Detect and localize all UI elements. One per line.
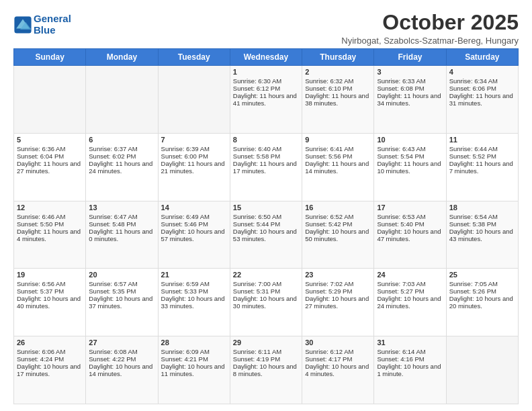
day-info: Sunrise: 6:53 AM (377, 213, 443, 220)
day-info: Daylight: 11 hours and 10 minutes. (377, 160, 443, 175)
week-row-3: 12Sunrise: 6:46 AMSunset: 5:50 PMDayligh… (14, 201, 519, 269)
day-number: 16 (305, 203, 371, 212)
day-info: Sunrise: 6:46 AM (17, 213, 83, 220)
day-info: Sunset: 4:22 PM (89, 355, 154, 363)
day-info: Daylight: 10 hours and 37 minutes. (89, 295, 154, 310)
day-info: Sunset: 6:04 PM (17, 152, 83, 160)
logo-text-line2: Blue (34, 25, 71, 36)
week-row-4: 19Sunrise: 6:56 AMSunset: 5:37 PMDayligh… (14, 269, 519, 336)
day-info: Sunset: 5:58 PM (233, 152, 299, 160)
day-info: Sunrise: 6:57 AM (89, 280, 154, 287)
day-info: Sunset: 5:33 PM (161, 287, 227, 295)
day-info: Sunrise: 6:40 AM (233, 145, 299, 152)
week-row-1: 1Sunrise: 6:30 AMSunset: 6:12 PMDaylight… (14, 66, 519, 134)
day-number: 24 (377, 271, 443, 279)
calendar-cell: 29Sunrise: 6:11 AMSunset: 4:19 PMDayligh… (230, 336, 302, 404)
day-info: Sunrise: 6:09 AM (161, 348, 227, 355)
day-header-friday: Friday (374, 49, 446, 66)
day-info: Daylight: 11 hours and 27 minutes. (17, 160, 83, 175)
calendar-cell: 25Sunrise: 7:05 AMSunset: 5:26 PMDayligh… (446, 269, 518, 336)
calendar-cell: 6Sunrise: 6:37 AMSunset: 6:02 PMDaylight… (86, 133, 158, 201)
day-number: 12 (17, 203, 83, 212)
day-info: Daylight: 11 hours and 38 minutes. (305, 92, 371, 107)
day-info: Sunset: 6:02 PM (89, 152, 154, 160)
day-number: 9 (305, 136, 371, 144)
day-number: 21 (161, 271, 227, 279)
day-info: Sunset: 4:24 PM (17, 355, 83, 363)
day-info: Daylight: 11 hours and 4 minutes. (17, 228, 83, 242)
day-info: Sunset: 4:19 PM (233, 355, 299, 363)
calendar-cell: 9Sunrise: 6:41 AMSunset: 5:56 PMDaylight… (302, 133, 374, 201)
calendar-cell: 19Sunrise: 6:56 AMSunset: 5:37 PMDayligh… (14, 269, 86, 336)
day-header-monday: Monday (86, 49, 158, 66)
day-number: 18 (449, 203, 515, 212)
day-number: 28 (161, 338, 227, 347)
day-number: 20 (89, 271, 154, 279)
day-info: Sunrise: 6:34 AM (449, 77, 515, 85)
page: General Blue October 2025 Nyirbogat, Sza… (0, 0, 532, 411)
day-info: Sunset: 5:38 PM (449, 220, 515, 228)
day-number: 22 (233, 271, 299, 279)
day-info: Sunset: 6:06 PM (449, 85, 515, 92)
day-info: Sunset: 5:52 PM (449, 152, 515, 160)
calendar-cell (446, 336, 518, 404)
calendar-cell: 24Sunrise: 7:03 AMSunset: 5:27 PMDayligh… (374, 269, 446, 336)
calendar: SundayMondayTuesdayWednesdayThursdayFrid… (13, 48, 519, 404)
day-number: 14 (161, 203, 227, 212)
day-info: Sunset: 5:50 PM (17, 220, 83, 228)
day-info: Sunset: 5:42 PM (305, 220, 371, 228)
calendar-cell: 27Sunrise: 6:08 AMSunset: 4:22 PMDayligh… (86, 336, 158, 404)
calendar-cell: 22Sunrise: 7:00 AMSunset: 5:31 PMDayligh… (230, 269, 302, 336)
logo: General Blue (13, 13, 71, 36)
calendar-cell: 5Sunrise: 6:36 AMSunset: 6:04 PMDaylight… (14, 133, 86, 201)
calendar-cell: 16Sunrise: 6:52 AMSunset: 5:42 PMDayligh… (302, 201, 374, 269)
header: General Blue October 2025 Nyirbogat, Sza… (13, 11, 519, 46)
location-subtitle: Nyirbogat, Szabolcs-Szatmar-Bereg, Hunga… (341, 36, 519, 46)
day-info: Daylight: 11 hours and 7 minutes. (449, 160, 515, 175)
day-info: Daylight: 10 hours and 1 minute. (377, 363, 443, 377)
title-block: October 2025 Nyirbogat, Szabolcs-Szatmar… (341, 11, 519, 46)
calendar-cell: 18Sunrise: 6:54 AMSunset: 5:38 PMDayligh… (446, 201, 518, 269)
day-number: 31 (377, 338, 443, 347)
day-number: 2 (305, 68, 371, 76)
day-info: Sunrise: 6:37 AM (89, 145, 154, 152)
day-number: 13 (89, 203, 154, 212)
day-info: Sunrise: 6:41 AM (305, 145, 371, 152)
day-info: Daylight: 10 hours and 14 minutes. (89, 363, 154, 377)
calendar-cell: 3Sunrise: 6:33 AMSunset: 6:08 PMDaylight… (374, 66, 446, 134)
day-info: Sunset: 4:17 PM (305, 355, 371, 363)
day-number: 10 (377, 136, 443, 144)
calendar-cell: 1Sunrise: 6:30 AMSunset: 6:12 PMDaylight… (230, 66, 302, 134)
day-info: Sunrise: 6:36 AM (17, 145, 83, 152)
calendar-cell: 13Sunrise: 6:47 AMSunset: 5:48 PMDayligh… (86, 201, 158, 269)
calendar-cell (14, 66, 86, 134)
day-number: 19 (17, 271, 83, 279)
day-info: Sunset: 5:26 PM (449, 287, 515, 295)
day-info: Sunrise: 6:44 AM (449, 145, 515, 152)
day-info: Sunrise: 7:00 AM (233, 280, 299, 287)
day-info: Sunrise: 6:33 AM (377, 77, 443, 85)
day-header-wednesday: Wednesday (230, 49, 302, 66)
day-number: 11 (449, 136, 515, 144)
day-number: 15 (233, 203, 299, 212)
day-info: Sunrise: 6:47 AM (89, 213, 154, 220)
calendar-cell (158, 66, 230, 134)
day-info: Sunrise: 6:52 AM (305, 213, 371, 220)
day-info: Daylight: 10 hours and 30 minutes. (233, 295, 299, 310)
day-info: Sunrise: 7:03 AM (377, 280, 443, 287)
day-info: Daylight: 10 hours and 43 minutes. (449, 228, 515, 242)
day-info: Daylight: 11 hours and 14 minutes. (305, 160, 371, 175)
day-info: Sunset: 5:46 PM (161, 220, 227, 228)
day-info: Daylight: 10 hours and 53 minutes. (233, 228, 299, 242)
calendar-cell: 15Sunrise: 6:50 AMSunset: 5:44 PMDayligh… (230, 201, 302, 269)
day-info: Daylight: 10 hours and 24 minutes. (377, 295, 443, 310)
day-info: Daylight: 10 hours and 40 minutes. (17, 295, 83, 310)
logo-icon (13, 15, 32, 34)
day-info: Daylight: 11 hours and 34 minutes. (377, 92, 443, 107)
day-info: Sunrise: 6:39 AM (161, 145, 227, 152)
day-number: 7 (161, 136, 227, 144)
day-info: Daylight: 11 hours and 41 minutes. (233, 92, 299, 107)
day-info: Sunrise: 6:30 AM (233, 77, 299, 85)
day-info: Sunrise: 6:11 AM (233, 348, 299, 355)
day-info: Daylight: 11 hours and 17 minutes. (233, 160, 299, 175)
